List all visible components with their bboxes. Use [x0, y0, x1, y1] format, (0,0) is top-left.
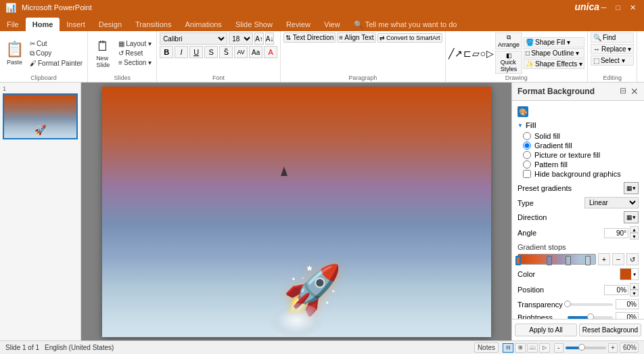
- zoom-slider[interactable]: [566, 347, 606, 349]
- remove-stop-btn[interactable]: −: [612, 253, 624, 265]
- preset-gradients-btn[interactable]: ▦▾: [624, 182, 639, 194]
- select-btn[interactable]: ⬚ Select ▾: [591, 56, 634, 66]
- gradient-track[interactable]: [518, 254, 596, 265]
- transparency-slider-track[interactable]: [568, 303, 613, 306]
- increase-font-btn[interactable]: A↑: [254, 32, 264, 45]
- brightness-input[interactable]: [616, 312, 639, 319]
- hide-graphics-checkbox[interactable]: [523, 170, 531, 178]
- gradient-fill-radio[interactable]: [523, 141, 531, 150]
- zoom-thumb[interactable]: [578, 344, 585, 351]
- picture-fill-radio[interactable]: [523, 151, 531, 159]
- zoom-level[interactable]: 60%: [620, 342, 639, 353]
- copy-button[interactable]: ⧉ Copy: [28, 49, 85, 58]
- font-family-select[interactable]: Calibri: [160, 32, 227, 45]
- underline-btn[interactable]: U: [189, 46, 203, 58]
- tab-design[interactable]: Design: [92, 18, 129, 31]
- tab-home[interactable]: Home: [26, 18, 60, 31]
- shape-2[interactable]: ↗: [455, 48, 463, 59]
- tab-slideshow[interactable]: Slide Show: [229, 18, 279, 31]
- paste-button[interactable]: 📋 Paste: [3, 39, 26, 67]
- position-up-btn[interactable]: ▲: [630, 283, 639, 290]
- decrease-font-btn[interactable]: A↓: [265, 32, 275, 45]
- text-direction-btn[interactable]: ⇅ Text Direction: [283, 32, 336, 43]
- shape-fill-btn[interactable]: 🪣 Shape Fill ▾: [524, 37, 584, 47]
- solid-fill-radio[interactable]: [523, 132, 531, 140]
- notes-btn[interactable]: Notes: [474, 342, 499, 353]
- hide-graphics-option[interactable]: Hide background graphics: [523, 170, 639, 178]
- tab-transitions[interactable]: Transitions: [129, 18, 178, 31]
- gradient-stop-2[interactable]: [547, 256, 552, 265]
- shape-outline-btn[interactable]: □ Shape Outline ▾: [524, 48, 584, 58]
- pattern-fill-radio[interactable]: [523, 160, 531, 169]
- tab-insert[interactable]: Insert: [60, 18, 92, 31]
- restore-btn[interactable]: □: [613, 3, 623, 12]
- slideshow-btn[interactable]: ▷: [539, 343, 550, 353]
- slide-canvas[interactable]: 🚀: [102, 87, 491, 337]
- italic-btn[interactable]: I: [175, 46, 188, 58]
- char-spacing-btn[interactable]: AV: [234, 46, 248, 58]
- color-btn[interactable]: ▾: [620, 268, 639, 280]
- apply-all-btn[interactable]: Apply to All: [515, 324, 577, 336]
- strikethrough-btn[interactable]: S: [204, 46, 218, 58]
- cut-button[interactable]: ✂ Cut: [28, 39, 85, 48]
- brightness-slider-track[interactable]: [568, 316, 613, 319]
- transparency-input[interactable]: [616, 299, 639, 309]
- panel-options-btn[interactable]: ⊟: [618, 86, 628, 97]
- shape-6[interactable]: ▷: [486, 48, 494, 59]
- align-text-btn[interactable]: ≡ Align Text: [337, 32, 375, 43]
- reading-view-btn[interactable]: 📖: [527, 343, 538, 353]
- reset-button[interactable]: ↺ Reset: [116, 49, 154, 58]
- shape-effects-btn[interactable]: ✨ Shape Effects ▾: [524, 59, 584, 69]
- case-btn[interactable]: Aa: [249, 46, 262, 58]
- panel-close-btn[interactable]: ✕: [630, 86, 639, 97]
- tab-animations[interactable]: Animations: [178, 18, 228, 31]
- slide-thumbnail[interactable]: 🚀: [3, 93, 78, 139]
- font-size-select[interactable]: 18: [229, 32, 253, 45]
- tell-me[interactable]: 🔍 Tell me what you want to do: [347, 18, 464, 31]
- fill-section-header[interactable]: ▼ Fill: [512, 120, 644, 131]
- shape-1[interactable]: ╱: [448, 48, 454, 59]
- format-painter-button[interactable]: 🖌 Format Painter: [28, 59, 85, 68]
- zoom-out-btn[interactable]: -: [554, 343, 564, 353]
- transparency-slider-thumb[interactable]: [564, 301, 571, 307]
- brightness-slider-thumb[interactable]: [587, 313, 594, 319]
- type-select[interactable]: Linear Radial Rectangular Path: [584, 197, 639, 208]
- tab-file[interactable]: File: [0, 18, 26, 31]
- gradient-stop-1[interactable]: [515, 256, 521, 265]
- shape-3[interactable]: ⊏: [463, 48, 472, 59]
- shape-4[interactable]: ▱: [472, 48, 480, 59]
- quick-styles-btn[interactable]: ◧ QuickStyles: [495, 51, 522, 74]
- tab-view[interactable]: View: [317, 18, 347, 31]
- find-btn[interactable]: 🔍 Find: [591, 32, 634, 43]
- section-button[interactable]: ≡ Section ▾: [116, 58, 154, 67]
- gradient-fill-option[interactable]: Gradient fill: [523, 141, 639, 150]
- replace-btn[interactable]: ↔ Replace ▾: [591, 44, 634, 54]
- angle-input[interactable]: [604, 228, 628, 238]
- gradient-stop-3[interactable]: [566, 256, 571, 265]
- picture-fill-option[interactable]: Picture or texture fill: [523, 151, 639, 159]
- tab-review[interactable]: Review: [279, 18, 317, 31]
- slide-sorter-btn[interactable]: ⊞: [515, 343, 526, 353]
- zoom-in-btn[interactable]: +: [608, 343, 618, 353]
- arrange-btn[interactable]: ⧉ Arrange: [495, 32, 522, 49]
- normal-view-btn[interactable]: ⊟: [503, 343, 513, 353]
- bold-btn[interactable]: B: [160, 46, 173, 58]
- solid-fill-option[interactable]: Solid fill: [523, 132, 639, 140]
- position-down-btn[interactable]: ▼: [630, 290, 639, 296]
- layout-button[interactable]: ▦ Layout ▾: [116, 39, 154, 48]
- reverse-stops-btn[interactable]: ↺: [626, 253, 639, 265]
- pattern-fill-option[interactable]: Pattern fill: [523, 160, 639, 169]
- position-input[interactable]: [604, 285, 628, 295]
- direction-btn[interactable]: ▦▾: [624, 211, 639, 223]
- angle-down-btn[interactable]: ▼: [630, 233, 639, 240]
- shape-5[interactable]: ○: [480, 48, 486, 59]
- font-color-btn[interactable]: A: [264, 46, 277, 58]
- reset-background-btn[interactable]: Reset Background: [579, 324, 641, 336]
- convert-smartart-btn[interactable]: ⇄ Convert to SmartArt: [377, 33, 442, 43]
- shadow-btn[interactable]: S̈: [219, 46, 233, 58]
- gradient-stop-4[interactable]: [585, 256, 591, 265]
- close-btn[interactable]: ✕: [627, 3, 639, 12]
- angle-up-btn[interactable]: ▲: [630, 226, 639, 233]
- new-slide-button[interactable]: 🗒 NewSlide: [91, 37, 115, 70]
- add-stop-btn[interactable]: +: [598, 253, 610, 265]
